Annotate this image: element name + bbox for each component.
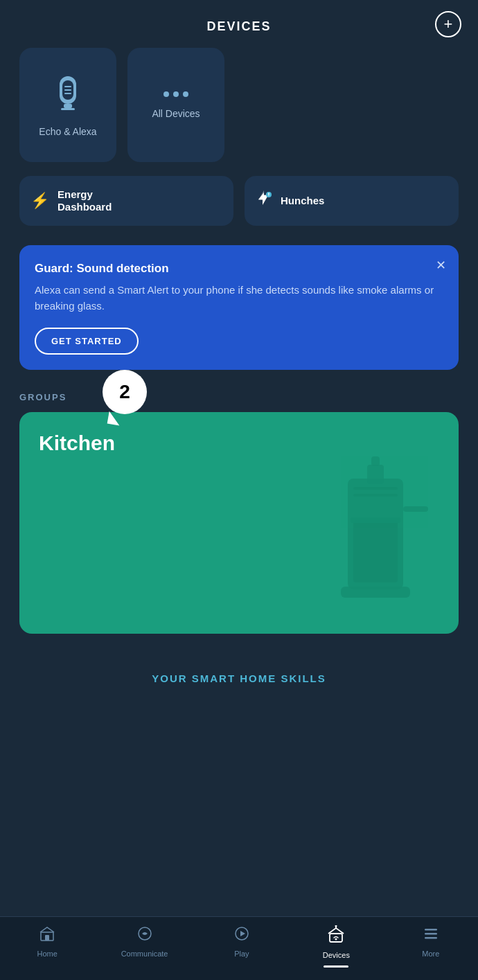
svg-rect-5 (64, 89, 71, 91)
page-title: DEVICES (206, 19, 271, 34)
svg-rect-3 (61, 108, 75, 110)
hunches-button[interactable]: Hunches (245, 176, 459, 226)
kitchen-illustration (306, 451, 445, 620)
add-device-button[interactable]: + (435, 11, 461, 37)
svg-rect-27 (425, 933, 437, 935)
guard-card: Guard: Sound detection Alexa can send a … (19, 245, 459, 370)
play-icon (233, 925, 250, 946)
lightning-icon: ⚡ (30, 192, 49, 210)
svg-rect-6 (64, 93, 71, 94)
svg-rect-11 (371, 456, 380, 466)
device-cards-row: Echo & Alexa All Devices (0, 48, 478, 162)
echo-alexa-card[interactable]: Echo & Alexa (19, 48, 116, 162)
header: DEVICES + (0, 0, 478, 48)
svg-rect-26 (425, 929, 437, 931)
guard-title: Guard: Sound detection (35, 262, 443, 276)
svg-rect-16 (353, 487, 398, 490)
svg-rect-23 (330, 934, 342, 942)
nav-home-label: Home (37, 950, 57, 958)
nav-communicate[interactable]: Communicate (121, 925, 168, 958)
nav-devices[interactable]: Devices (315, 925, 357, 959)
quick-actions-row: ⚡ EnergyDashboard Hunches (0, 176, 478, 226)
svg-rect-14 (353, 520, 398, 582)
nav-play[interactable]: Play (221, 925, 263, 958)
more-icon (423, 925, 439, 946)
notification-badge-container: 2 (103, 370, 147, 425)
guard-cta-button[interactable]: GET STARTED (35, 328, 139, 355)
svg-rect-4 (64, 86, 71, 87)
kitchen-group-title: Kitchen (39, 431, 115, 455)
echo-alexa-label: Echo & Alexa (39, 126, 96, 137)
echo-icon (51, 73, 85, 115)
svg-rect-13 (341, 587, 410, 598)
home-icon (39, 925, 55, 946)
groups-section-label: GROUPS (0, 392, 478, 402)
smart-home-cta[interactable]: YOUR SMART HOME SKILLS (0, 656, 478, 706)
energy-dashboard-button[interactable]: ⚡ EnergyDashboard (19, 176, 233, 226)
hunches-label: Hunches (281, 195, 324, 207)
svg-point-8 (268, 195, 269, 196)
energy-dashboard-label: EnergyDashboard (57, 188, 112, 213)
bottom-nav: Home Communicate Play (0, 916, 478, 980)
guard-body: Alexa can send a Smart Alert to your pho… (35, 283, 443, 314)
svg-rect-17 (353, 494, 398, 497)
all-devices-card[interactable]: All Devices (127, 48, 224, 162)
all-devices-icon (163, 91, 188, 97)
nav-more[interactable]: More (410, 925, 452, 958)
smart-home-cta-text: YOUR SMART HOME SKILLS (152, 672, 326, 684)
plus-icon: + (444, 15, 453, 33)
svg-rect-12 (403, 506, 428, 512)
hunches-icon (256, 190, 272, 211)
guard-close-button[interactable]: ✕ (436, 258, 446, 273)
nav-communicate-label: Communicate (121, 950, 168, 958)
nav-more-label: More (422, 950, 439, 958)
nav-play-label: Play (234, 950, 249, 958)
nav-devices-label: Devices (323, 951, 350, 959)
svg-point-24 (335, 925, 337, 927)
devices-icon (327, 925, 345, 947)
svg-rect-2 (64, 104, 72, 108)
nav-home[interactable]: Home (26, 925, 68, 958)
svg-rect-10 (367, 465, 384, 484)
kitchen-group-card[interactable]: Kitchen (19, 412, 459, 634)
svg-rect-15 (351, 517, 400, 523)
svg-rect-28 (425, 937, 437, 939)
svg-rect-19 (45, 935, 49, 941)
communicate-icon (136, 925, 153, 946)
all-devices-label: All Devices (152, 108, 200, 119)
svg-marker-22 (240, 931, 245, 936)
svg-point-25 (335, 938, 337, 941)
notification-badge: 2 (103, 370, 147, 414)
